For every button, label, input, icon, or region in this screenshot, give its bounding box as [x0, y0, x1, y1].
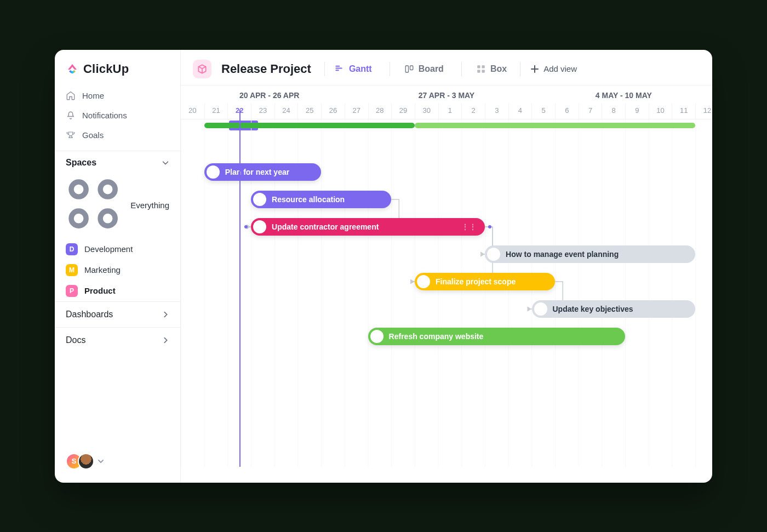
- sidebar-item-everything[interactable]: Everything: [55, 172, 180, 239]
- task-bar[interactable]: Refresh company website: [368, 328, 626, 345]
- gantt-icon: [335, 64, 345, 74]
- bell-icon: [66, 111, 76, 121]
- day-cell: 29: [391, 103, 415, 119]
- app-window: ClickUp Home Notifications Goals Spaces …: [55, 50, 712, 483]
- space-label: Marketing: [84, 265, 121, 274]
- space-label: Development: [84, 244, 133, 254]
- day-cell: 1: [438, 103, 462, 119]
- plus-icon: [530, 65, 539, 73]
- task-label: Update key objectives: [553, 305, 633, 313]
- dependency-dot[interactable]: [244, 225, 248, 228]
- assignee-avatar: [487, 248, 500, 261]
- sidebar-item-docs[interactable]: Docs: [55, 327, 180, 353]
- day-cell: 9: [625, 103, 649, 119]
- avatar-stack[interactable]: S: [66, 453, 94, 470]
- tab-label: Board: [419, 64, 444, 74]
- spaces-header-label: Spaces: [66, 158, 96, 168]
- svg-point-0: [71, 182, 86, 197]
- day-cell: 12: [695, 103, 712, 119]
- home-icon: [66, 91, 76, 101]
- nav-item-notifications[interactable]: Notifications: [55, 106, 180, 125]
- day-cell: 28: [368, 103, 392, 119]
- day-cell: 26: [321, 103, 345, 119]
- day-cell: 11: [672, 103, 695, 119]
- nav-item-goals[interactable]: Goals: [55, 125, 180, 145]
- sidebar-item-marketing[interactable]: M Marketing: [55, 260, 180, 281]
- row-label: Docs: [66, 335, 85, 345]
- svg-point-2: [71, 211, 86, 226]
- clickup-logo-icon: [66, 62, 79, 76]
- divider: [520, 62, 520, 76]
- task-label: Refresh company website: [389, 332, 484, 341]
- range-label: 20 APR - 26 APR: [181, 91, 358, 100]
- task-label: Finalize project scope: [436, 277, 516, 286]
- main: Release Project Gantt Board Box Add view…: [181, 50, 712, 483]
- chevron-right-icon: [162, 311, 169, 318]
- dependency-dot[interactable]: [488, 225, 491, 228]
- summary-bar: [415, 123, 695, 128]
- assignee-avatar: [253, 220, 266, 233]
- task-bar[interactable]: How to manage event planning: [485, 245, 695, 263]
- tab-label: Box: [490, 64, 507, 74]
- space-label: Product: [84, 286, 116, 295]
- nav-item-home[interactable]: Home: [55, 86, 180, 106]
- space-badge: D: [66, 243, 78, 255]
- sidebar: ClickUp Home Notifications Goals Spaces …: [55, 50, 181, 483]
- assignee-avatar: [370, 330, 384, 343]
- add-view-button[interactable]: Add view: [530, 64, 577, 73]
- spaces-header[interactable]: Spaces: [55, 151, 180, 172]
- day-cell: 6: [555, 103, 579, 119]
- avatar-photo[interactable]: [78, 453, 94, 470]
- day-cell: 21: [204, 103, 228, 119]
- task-bar[interactable]: Resource allocation: [251, 191, 391, 208]
- assignee-avatar: [534, 302, 547, 316]
- day-cell: 5: [531, 103, 555, 119]
- sidebar-item-development[interactable]: D Development: [55, 239, 180, 260]
- timeline: 20 APR - 26 APR27 APR - 3 MAY4 MAY - 10 …: [181, 85, 712, 483]
- divider: [390, 62, 390, 76]
- divider: [461, 62, 462, 76]
- tab-box[interactable]: Box: [476, 64, 507, 74]
- task-bar[interactable]: Plan for next year: [204, 163, 322, 181]
- day-cell: 4: [508, 103, 532, 119]
- gantt-area[interactable]: Plan for next year Resource allocation U…: [181, 119, 712, 467]
- assignee-avatar: [417, 275, 430, 288]
- tab-gantt[interactable]: Gantt: [335, 64, 372, 74]
- avatar-initial-text: S: [72, 457, 77, 465]
- svg-rect-5: [410, 66, 413, 70]
- day-cell: 8: [602, 103, 625, 119]
- svg-rect-6: [477, 65, 480, 68]
- range-label: 4 MAY - 10 MAY: [535, 91, 712, 100]
- sidebar-item-dashboards[interactable]: Dashboards: [55, 301, 180, 327]
- task-label: Update contractor agreement: [272, 222, 379, 231]
- day-cell: 27: [345, 103, 368, 119]
- tab-board[interactable]: Board: [404, 64, 444, 74]
- brand: ClickUp: [55, 62, 180, 86]
- brand-name: ClickUp: [83, 62, 129, 76]
- nav-label: Goals: [82, 130, 104, 140]
- add-view-label: Add view: [543, 64, 577, 73]
- task-bar[interactable]: Finalize project scope: [415, 273, 555, 290]
- chevron-down-icon[interactable]: [98, 458, 104, 465]
- today-line: [239, 110, 241, 467]
- everything-label: Everything: [130, 201, 169, 210]
- day-cell: 7: [579, 103, 602, 119]
- drag-handle-icon[interactable]: ⋮⋮: [462, 223, 477, 231]
- trophy-icon: [66, 130, 76, 140]
- toolbar: Release Project Gantt Board Box Add view: [181, 50, 712, 85]
- svg-rect-9: [482, 70, 484, 72]
- board-icon: [404, 64, 414, 74]
- day-cell: 20: [181, 103, 204, 119]
- summary-bar: [204, 123, 415, 128]
- task-bar[interactable]: Update contractor agreement⋮⋮: [251, 218, 485, 236]
- space-badge: M: [66, 264, 78, 276]
- day-cell: 25: [297, 103, 321, 119]
- day-cell: 30: [415, 103, 438, 119]
- task-bar[interactable]: Update key objectives: [532, 300, 696, 318]
- cube-icon: [197, 64, 208, 75]
- day-cell: 24: [274, 103, 298, 119]
- row-label: Dashboards: [66, 310, 113, 319]
- sidebar-item-product[interactable]: P Product: [55, 281, 180, 301]
- day-cell: 2: [461, 103, 485, 119]
- svg-point-1: [100, 182, 115, 197]
